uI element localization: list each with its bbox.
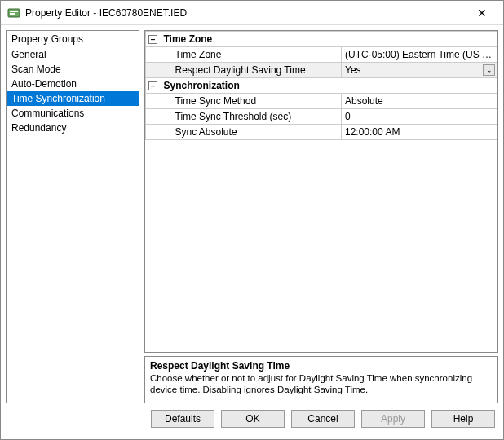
help-button[interactable]: Help xyxy=(431,410,495,428)
sidebar-item-time-synchronization[interactable]: Time Synchronization xyxy=(7,91,139,106)
property-grid: − Time Zone Time Zone (UTC-05:00) Easter… xyxy=(144,30,498,353)
row-respect-dst[interactable]: Respect Daylight Saving Time Yes ⌄ xyxy=(146,63,497,78)
chevron-down-icon[interactable]: ⌄ xyxy=(483,64,495,76)
property-value[interactable]: 0 xyxy=(342,109,497,125)
property-label: Time Zone xyxy=(175,49,222,60)
sidebar-item-scan-mode[interactable]: Scan Mode xyxy=(7,62,139,77)
window-title: Property Editor - IEC60780ENET.IED xyxy=(25,7,466,19)
property-value[interactable]: Yes ⌄ xyxy=(342,63,497,78)
row-time-sync-method[interactable]: Time Sync Method Absolute xyxy=(146,94,497,109)
property-label: Time Sync Threshold (sec) xyxy=(175,111,292,122)
defaults-button[interactable]: Defaults xyxy=(151,410,214,428)
group-synchronization[interactable]: − Synchronization xyxy=(146,78,497,94)
sidebar-header: Property Groups xyxy=(7,31,139,47)
row-sync-absolute[interactable]: Sync Absolute 12:00:00 AM xyxy=(146,125,497,140)
svg-rect-1 xyxy=(10,11,18,12)
content-area: Property Groups General Scan Mode Auto-D… xyxy=(1,25,503,408)
group-title: Synchronization xyxy=(161,78,497,94)
description-title: Respect Daylight Saving Time xyxy=(150,360,493,372)
row-time-zone[interactable]: Time Zone (UTC-05:00) Eastern Time (US &… xyxy=(146,47,497,63)
description-panel: Respect Daylight Saving Time Choose whet… xyxy=(144,356,498,403)
group-title: Time Zone xyxy=(161,32,497,47)
title-bar: Property Editor - IEC60780ENET.IED ✕ xyxy=(1,1,503,25)
svg-rect-2 xyxy=(10,13,15,15)
property-label: Respect Daylight Saving Time xyxy=(175,64,306,76)
property-value[interactable]: 12:00:00 AM xyxy=(342,125,497,140)
sidebar-item-general[interactable]: General xyxy=(7,47,139,62)
property-label: Sync Absolute xyxy=(175,126,237,138)
minus-icon[interactable]: − xyxy=(148,81,157,90)
ok-button[interactable]: OK xyxy=(221,410,285,428)
group-time-zone[interactable]: − Time Zone xyxy=(146,32,497,47)
close-icon: ✕ xyxy=(477,7,487,20)
property-label: Time Sync Method xyxy=(175,95,257,107)
sidebar: Property Groups General Scan Mode Auto-D… xyxy=(6,30,139,403)
apply-button: Apply xyxy=(361,410,425,428)
button-bar: Defaults OK Cancel Apply Help xyxy=(1,408,503,434)
property-value[interactable]: (UTC-05:00) Eastern Time (US & Canada) xyxy=(342,47,497,63)
sidebar-item-communications[interactable]: Communications xyxy=(7,106,139,121)
sidebar-item-auto-demotion[interactable]: Auto-Demotion xyxy=(7,77,139,91)
right-pane: − Time Zone Time Zone (UTC-05:00) Easter… xyxy=(144,30,498,403)
property-value[interactable]: Absolute xyxy=(342,94,497,109)
app-icon xyxy=(7,7,20,20)
sidebar-item-redundancy[interactable]: Redundancy xyxy=(7,121,139,135)
description-text: Choose whether or not to adjust for Dayl… xyxy=(150,372,493,396)
minus-icon[interactable]: − xyxy=(148,35,157,44)
row-time-sync-threshold[interactable]: Time Sync Threshold (sec) 0 xyxy=(146,109,497,125)
property-value-text: Yes xyxy=(345,64,361,76)
close-button[interactable]: ✕ xyxy=(466,2,498,24)
cancel-button[interactable]: Cancel xyxy=(291,410,355,428)
